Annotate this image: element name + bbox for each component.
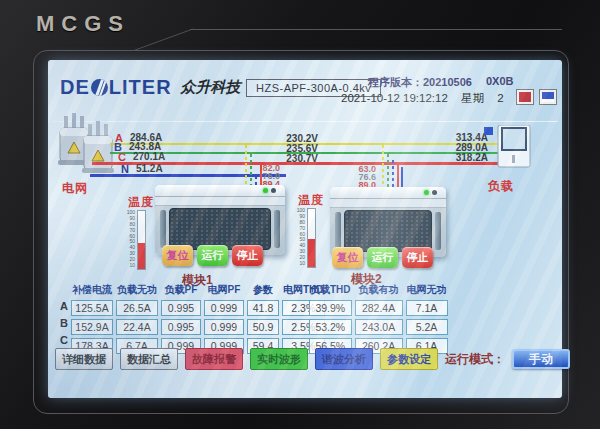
module1-controls: 复位 运行 停止 [162, 245, 263, 266]
touch-panel-icon[interactable] [539, 89, 557, 105]
module2-data-table: 负载THD 负载有功 电网无功 39.9%282.4A7.1A 53.2%243… [306, 280, 451, 357]
hmi-panel-photo: MCGS DE LITER 众升科技 HZS-APF-300A-0.4kv 程序… [0, 0, 600, 429]
run-mode-label: 运行模式： [445, 351, 505, 368]
module2-gauge-bar [307, 208, 316, 268]
bezel-groove-diagonal [135, 28, 194, 50]
module2-drop-phase-a [382, 145, 384, 187]
data-summary-button[interactable]: 数据汇总 [120, 348, 178, 370]
alarm-icon[interactable] [516, 89, 534, 105]
logo-text-suffix: LITER [109, 76, 172, 99]
table-row: 125.5A26.5A0.995 0.99941.82.3% [71, 300, 325, 316]
program-version-hex: 0X0B [486, 75, 514, 87]
module1-temp-gauge: 100908070605040302010 [126, 210, 146, 270]
vendor-name-chinese: 众升科技 [181, 78, 241, 97]
mcgs-brand-logo: MCGS [36, 11, 130, 37]
parameter-setting-button[interactable]: 参数设定 [380, 348, 438, 370]
table-row: 152.9A22.4A0.995 0.99950.92.5% [71, 319, 325, 335]
module2-drop-phase-b [387, 154, 389, 187]
weekday-label: 星期 [461, 92, 484, 104]
fault-alarm-button[interactable]: 故障报警 [185, 348, 243, 370]
table-row-label-c: C [60, 334, 68, 346]
logo-text-prefix: DE [60, 76, 90, 99]
table-row-label-a: A [60, 300, 68, 312]
vendor-logo-icon [91, 79, 108, 96]
footer-nav-bar: 详细数据 数据汇总 故障报警 实时波形 谐波分析 参数设定 运行模式： 手动 [55, 348, 556, 370]
module2-temp-gauge: 100908070605040302010 [296, 208, 316, 268]
table-row: 53.2%243.0A5.2A [309, 319, 448, 335]
weekday-value: 2 [497, 92, 503, 104]
module2-drop-blue [401, 167, 403, 187]
table-row: 39.9%282.4A7.1A [309, 300, 448, 316]
load-cabinet-graphic [482, 125, 534, 173]
phase-c-voltage: 230.7V [274, 153, 318, 164]
module1-stop-button[interactable]: 停止 [232, 245, 263, 266]
module1-reset-button[interactable]: 复位 [162, 245, 193, 266]
datetime-display: 2021-10-12 19:12:12 星期 2 [341, 91, 504, 106]
load-label: 负载 [488, 178, 514, 195]
grid-label: 电网 [62, 180, 88, 197]
run-mode-manual-button[interactable]: 手动 [512, 349, 570, 369]
bezel-groove-top [190, 29, 562, 30]
module2-junction-values: 63.076.689.0 [342, 165, 376, 189]
module1-table-header: 补偿电流 负载无功 负载PF 电网PF 参数 电网THD [71, 283, 325, 297]
module2-controls: 复位 运行 停止 [332, 247, 433, 268]
module2-table-header: 负载THD 负载有功 电网无功 [309, 283, 448, 297]
module2-drop-phase-c [397, 164, 399, 187]
vendor-logo: DE LITER 众升科技 [60, 76, 241, 99]
phase-c-current-label: C270.1A [118, 151, 165, 163]
module1-run-button[interactable]: 运行 [197, 245, 228, 266]
header-divider [52, 121, 558, 122]
hmi-screen: DE LITER 众升科技 HZS-APF-300A-0.4kv 程序版本：20… [48, 60, 562, 398]
header-icon-buttons [516, 89, 557, 105]
module2-stop-button[interactable]: 停止 [402, 247, 433, 268]
neutral-current-label: N51.2A [121, 163, 163, 175]
datetime-value: 2021-10-12 19:12:12 [341, 92, 448, 104]
realtime-wave-button[interactable]: 实时波形 [250, 348, 308, 370]
module2-run-button[interactable]: 运行 [367, 247, 398, 268]
module2-gauge-ticks: 100908070605040302010 [296, 208, 305, 266]
module1-data-table: 补偿电流 负载无功 负载PF 电网PF 参数 电网THD 125.5A26.5A… [68, 280, 328, 357]
table-row-label-b: B [60, 317, 68, 329]
module2-drop-neutral [392, 160, 394, 187]
detail-data-button[interactable]: 详细数据 [55, 348, 113, 370]
module1-gauge-ticks: 100908070605040302010 [126, 210, 135, 268]
program-version: 程序版本：20210506 [368, 75, 472, 90]
harmonic-analysis-button[interactable]: 谐波分析 [315, 348, 373, 370]
module1-gauge-bar [137, 210, 146, 270]
transformer-graphic [56, 112, 116, 182]
module2-reset-button[interactable]: 复位 [332, 247, 363, 268]
